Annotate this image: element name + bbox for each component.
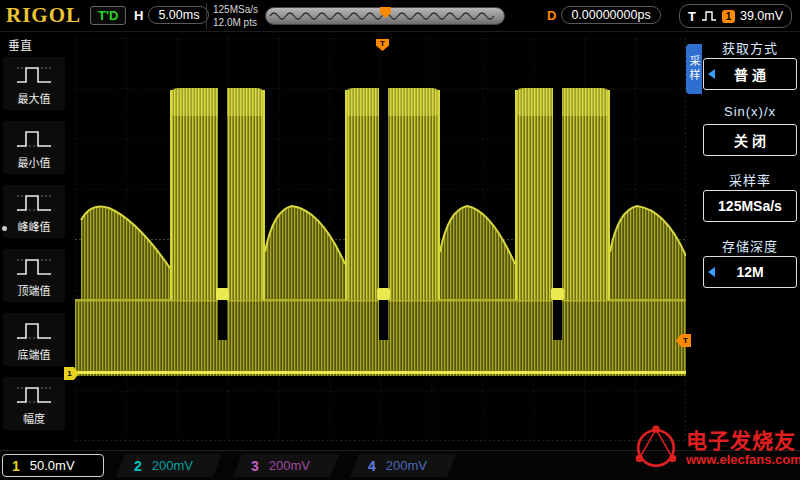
rigol-logo: RIGOL xyxy=(6,3,81,28)
menu-item-value: 关 闭 xyxy=(734,130,766,150)
sample-rate-readout: 125MSa/s 12.0M pts xyxy=(206,3,258,29)
trigger-status-badge: T'D xyxy=(90,6,126,25)
sample-rate-line2: 12.0M pts xyxy=(213,16,258,29)
menu-item-label: 存储深度 xyxy=(703,236,797,252)
watermark-title: 电子发烧友 xyxy=(686,429,800,452)
status-bar: RIGOL T'D H 5.00ms 125MSa/s 12.0M pts D … xyxy=(0,0,800,32)
channel-number: 3 xyxy=(251,458,259,474)
menu-item-label: 顶端值 xyxy=(18,282,51,298)
chevron-left-icon xyxy=(708,267,715,277)
measurement-menu: 垂直 最大值 最小值 峰峰值 顶端值 底端值 xyxy=(0,32,70,450)
menu-item-label: Sin(x)/x xyxy=(703,104,797,120)
channel-4-chip[interactable]: 4 200mV xyxy=(350,454,456,477)
waveform-display: T 1 T xyxy=(75,38,686,441)
menu-item-label: 峰峰值 xyxy=(18,218,51,234)
elecfans-logo xyxy=(632,424,680,472)
vtop-icon xyxy=(14,254,54,280)
sampling-menu: 获取方式 普 通 Sin(x)/x 关 闭 采样率 125MSa/s 存储深度 … xyxy=(703,38,797,302)
menu-item-vpp[interactable]: 峰峰值 xyxy=(3,185,65,238)
tab-sampling[interactable]: 采样 xyxy=(686,44,702,94)
timebase-value[interactable]: 5.00ms xyxy=(148,6,209,24)
horizontal-group: H 5.00ms xyxy=(134,6,209,24)
waveform-position-bar[interactable] xyxy=(265,7,505,25)
menu-item-acquire-mode: 获取方式 普 通 xyxy=(703,38,797,90)
measurement-menu-title: 垂直 xyxy=(0,32,70,57)
trigger-group[interactable]: T 1 39.0mV xyxy=(679,4,792,28)
channel-number: 4 xyxy=(368,458,376,474)
sample-rate-readout-box[interactable]: 125MSa/s xyxy=(703,190,797,222)
delay-group: D 0.00000000ps xyxy=(547,6,661,24)
menu-item-label: 幅度 xyxy=(23,410,45,426)
vmax-icon xyxy=(14,62,54,88)
menu-item-value: 普 通 xyxy=(734,64,766,84)
menu-item-vtop[interactable]: 顶端值 xyxy=(3,249,65,302)
channel-scale: 200mV xyxy=(152,458,193,473)
menu-item-value: 125MSa/s xyxy=(718,198,782,214)
sinx-button[interactable]: 关 闭 xyxy=(703,124,797,156)
menu-item-label: 采样率 xyxy=(703,170,797,186)
channel-1-chip[interactable]: 1 50.0mV xyxy=(2,454,104,477)
menu-item-label: 获取方式 xyxy=(703,38,797,54)
menu-item-value: 12M xyxy=(736,264,763,280)
menu-item-label: 最小值 xyxy=(18,154,51,170)
vamp-icon xyxy=(14,382,54,408)
watermark-url: www.elecfans.com xyxy=(686,452,800,467)
menu-item-label: 最大值 xyxy=(18,90,51,106)
menu-item-vamp[interactable]: 幅度 xyxy=(3,377,65,430)
channel-2-chip[interactable]: 2 200mV xyxy=(116,454,222,477)
vmin-icon xyxy=(14,126,54,152)
trigger-source-badge: 1 xyxy=(722,10,735,23)
menu-item-sinx: Sin(x)/x 关 闭 xyxy=(703,104,797,156)
horizontal-label: H xyxy=(134,8,143,23)
menu-item-mem-depth: 存储深度 12M xyxy=(703,236,797,288)
menu-item-vbase[interactable]: 底端值 xyxy=(3,313,65,366)
chevron-left-icon xyxy=(708,69,715,79)
channel-number: 1 xyxy=(12,458,20,474)
menu-item-vmin[interactable]: 最小值 xyxy=(3,121,65,174)
menu-page-indicator xyxy=(2,226,7,231)
channel-scale: 200mV xyxy=(269,458,310,473)
elecfans-watermark: 电子发烧友 www.elecfans.com xyxy=(632,424,800,472)
delay-label: D xyxy=(547,8,556,23)
trigger-level-value: 39.0mV xyxy=(740,9,783,23)
menu-item-sample-rate: 采样率 125MSa/s xyxy=(703,170,797,222)
channel-3-chip[interactable]: 3 200mV xyxy=(233,454,339,477)
channel-scale: 50.0mV xyxy=(30,458,75,473)
baseline-bright-trace xyxy=(75,371,686,374)
vbase-icon xyxy=(14,318,54,344)
trigger-edge-icon xyxy=(701,10,717,22)
delay-value: 0.00000000ps xyxy=(561,6,660,24)
vpp-icon xyxy=(14,190,54,216)
menu-item-vmax[interactable]: 最大值 xyxy=(3,57,65,110)
watermark-text: 电子发烧友 www.elecfans.com xyxy=(686,429,800,467)
menu-item-label: 底端值 xyxy=(18,346,51,362)
channel-scale: 200mV xyxy=(386,458,427,473)
acquire-mode-button[interactable]: 普 通 xyxy=(703,58,797,90)
mem-depth-button[interactable]: 12M xyxy=(703,256,797,288)
channel-number: 2 xyxy=(134,458,142,474)
graticule-svg xyxy=(75,38,686,441)
trigger-label: T xyxy=(688,9,696,24)
sample-rate-line1: 125MSa/s xyxy=(213,3,258,16)
